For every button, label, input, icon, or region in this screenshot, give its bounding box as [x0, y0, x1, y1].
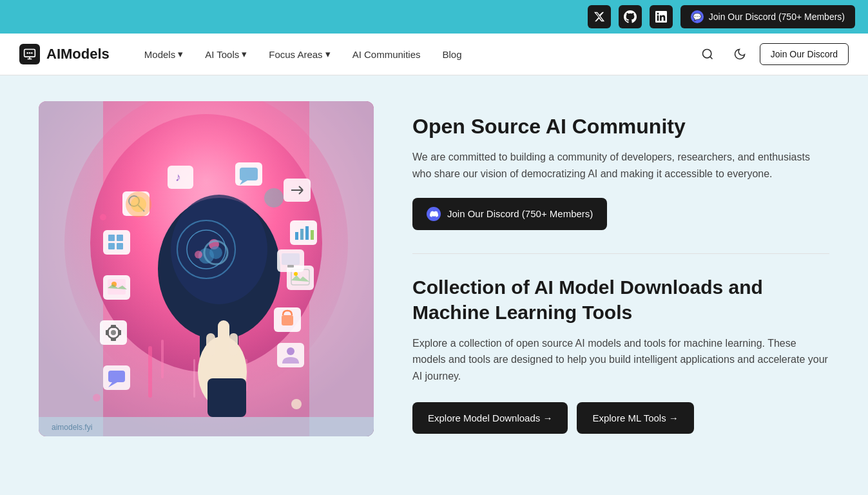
main-content: ♪ — [0, 75, 868, 462]
svg-rect-52 — [282, 315, 293, 325]
discord-main-button[interactable]: Join Our Discord (750+ Members) — [412, 198, 607, 230]
svg-point-76 — [100, 214, 106, 220]
nav-actions: Join Our Discord — [695, 42, 849, 66]
svg-rect-70 — [111, 338, 116, 341]
svg-rect-31 — [207, 378, 246, 417]
svg-point-3 — [31, 52, 33, 54]
svg-point-1 — [26, 52, 28, 54]
svg-rect-60 — [117, 235, 123, 241]
chevron-down-icon: ▾ — [242, 48, 247, 60]
svg-point-80 — [131, 197, 146, 212]
svg-rect-72 — [118, 330, 121, 335]
svg-rect-44 — [295, 232, 298, 240]
nav-ai-communities[interactable]: AI Communities — [343, 44, 430, 65]
chevron-down-icon: ▾ — [178, 48, 183, 60]
svg-rect-61 — [108, 243, 115, 249]
svg-point-78 — [93, 394, 101, 402]
discord-top-button[interactable]: 💬 Join Our Discord (750+ Members) — [680, 5, 855, 28]
svg-point-81 — [264, 188, 284, 208]
navigation: AIModels Models ▾ AI Tools ▾ Focus Areas… — [0, 34, 868, 75]
svg-rect-62 — [117, 243, 123, 249]
linkedin-icon[interactable] — [650, 5, 673, 28]
svg-point-57 — [287, 347, 294, 355]
svg-point-2 — [29, 52, 31, 54]
svg-rect-11 — [148, 346, 152, 398]
svg-point-50 — [294, 272, 298, 276]
svg-rect-28 — [218, 320, 229, 353]
svg-rect-74 — [108, 371, 125, 382]
svg-point-68 — [111, 330, 116, 335]
hero-image: ♪ — [39, 101, 374, 436]
nav-focus-areas[interactable]: Focus Areas ▾ — [260, 43, 339, 65]
explore-downloads-button[interactable]: Explore Model Downloads → — [412, 402, 568, 434]
svg-point-23 — [195, 251, 202, 258]
svg-rect-12 — [161, 340, 164, 378]
svg-point-25 — [209, 246, 222, 259]
chevron-down-icon: ▾ — [325, 48, 331, 60]
svg-rect-59 — [108, 235, 115, 241]
nav-links: Models ▾ AI Tools ▾ Focus Areas ▾ AI Com… — [135, 43, 695, 65]
discord-main-label: Join Our Discord (750+ Members) — [447, 208, 593, 219]
svg-rect-71 — [106, 330, 109, 335]
svg-rect-47 — [311, 230, 314, 240]
search-button[interactable] — [695, 42, 720, 66]
explore-ml-tools-button[interactable]: Explore ML Tools → — [577, 402, 693, 434]
logo[interactable]: AIModels — [19, 44, 110, 64]
nav-ai-tools[interactable]: AI Tools ▾ — [196, 43, 256, 65]
logo-text: AIModels — [46, 46, 110, 63]
svg-rect-30 — [229, 333, 238, 356]
svg-rect-15 — [193, 359, 195, 398]
discord-top-label: Join Our Discord (750+ Members) — [709, 12, 845, 22]
svg-rect-45 — [300, 229, 304, 240]
svg-text:♪: ♪ — [175, 171, 181, 184]
community-title: Open Source AI Community — [412, 114, 829, 139]
collection-description: Explore a collection of open source AI m… — [412, 335, 829, 385]
svg-rect-58 — [103, 230, 130, 255]
twitter-icon[interactable] — [588, 5, 611, 28]
right-content: Open Source AI Community We are committe… — [412, 101, 829, 434]
svg-rect-55 — [287, 265, 294, 267]
svg-text:aimodels.fyi: aimodels.fyi — [52, 423, 92, 432]
github-icon[interactable] — [619, 5, 642, 28]
svg-point-4 — [702, 50, 711, 58]
svg-rect-46 — [305, 226, 309, 240]
collection-title: Collection of AI Model Downloads and Mac… — [412, 275, 829, 325]
cta-buttons: Explore Model Downloads → Explore ML Too… — [412, 402, 829, 434]
svg-rect-54 — [282, 253, 300, 265]
svg-rect-69 — [111, 325, 116, 328]
section-divider — [412, 253, 829, 254]
svg-rect-38 — [240, 168, 258, 180]
nav-blog[interactable]: Blog — [434, 44, 471, 65]
svg-rect-29 — [206, 333, 215, 356]
theme-toggle-button[interactable] — [728, 42, 752, 66]
svg-point-77 — [291, 399, 302, 409]
nav-models[interactable]: Models ▾ — [135, 43, 192, 65]
top-bar: 💬 Join Our Discord (750+ Members) — [0, 0, 868, 34]
discord-top-icon: 💬 — [691, 10, 704, 23]
join-discord-nav-button[interactable]: Join Our Discord — [760, 43, 849, 65]
community-description: We are committed to building a community… — [412, 149, 829, 182]
logo-icon — [19, 44, 40, 64]
discord-icon — [427, 207, 441, 221]
